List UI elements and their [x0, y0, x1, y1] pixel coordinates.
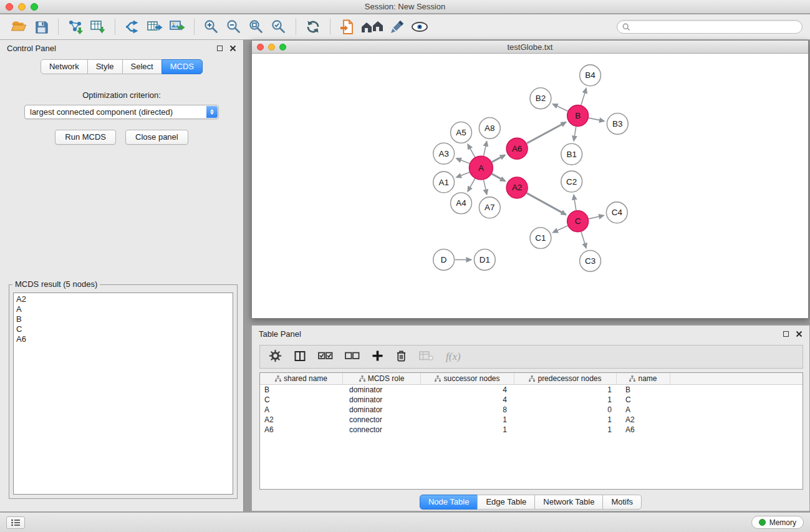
zoom-fit-icon[interactable]: [245, 17, 268, 37]
edge-B-B3[interactable]: [589, 118, 604, 121]
node-A2[interactable]: A2: [506, 177, 528, 198]
edge-A-A2[interactable]: [492, 174, 505, 181]
import-network-icon[interactable]: [64, 17, 87, 37]
edge-C-C4[interactable]: [589, 216, 604, 219]
show-columns-icon[interactable]: [294, 350, 306, 364]
edge-A6-B[interactable]: [527, 122, 566, 143]
tab-motifs[interactable]: Motifs: [602, 495, 642, 510]
node-C4[interactable]: C4: [606, 202, 627, 223]
save-session-icon[interactable]: [30, 17, 52, 37]
network-close-button[interactable]: [257, 44, 264, 51]
task-history-button[interactable]: [6, 516, 25, 529]
node-A8[interactable]: A8: [479, 118, 500, 139]
edge-B-B1[interactable]: [574, 127, 576, 140]
edge-B-B2[interactable]: [553, 104, 568, 111]
tab-select[interactable]: Select: [122, 59, 162, 74]
edge-C-C1[interactable]: [553, 226, 567, 233]
zoom-window-button[interactable]: [31, 3, 38, 11]
table-row[interactable]: Cdominator41C: [260, 395, 803, 405]
edge-B-B4[interactable]: [581, 89, 586, 105]
show-hide-icon[interactable]: [408, 17, 431, 37]
table-row[interactable]: Adominator80A: [260, 405, 803, 415]
edge-C-C3[interactable]: [581, 232, 586, 248]
node-B2[interactable]: B2: [530, 88, 551, 109]
node-A1[interactable]: A1: [433, 172, 455, 193]
minimize-window-button[interactable]: [18, 3, 26, 11]
float-panel-icon[interactable]: [217, 46, 223, 51]
run-mcds-button[interactable]: Run MCDS: [55, 130, 116, 145]
result-item[interactable]: A6: [16, 334, 230, 344]
memory-button[interactable]: Memory: [751, 516, 804, 529]
network-minimize-button[interactable]: [268, 44, 275, 51]
tab-node-table[interactable]: Node Table: [420, 495, 478, 510]
node-B1[interactable]: B1: [561, 143, 582, 165]
mcds-result-list[interactable]: A2ABCA6: [13, 293, 233, 495]
column-header-shared-name[interactable]: shared name: [260, 373, 343, 384]
edge-A-A8[interactable]: [484, 142, 487, 156]
node-A7[interactable]: A7: [479, 197, 500, 218]
tab-network[interactable]: Network: [41, 59, 88, 74]
node-A4[interactable]: A4: [451, 193, 472, 214]
result-item[interactable]: B: [16, 314, 230, 324]
result-item[interactable]: C: [16, 324, 230, 334]
node-B4[interactable]: B4: [580, 65, 601, 86]
table-row[interactable]: A2connector11A2: [260, 415, 803, 425]
edge-C-C2[interactable]: [574, 195, 576, 210]
network-zoom-button[interactable]: [279, 44, 286, 51]
refresh-layout-icon[interactable]: [302, 17, 324, 37]
node-C1[interactable]: C1: [530, 228, 551, 249]
tab-edge-table[interactable]: Edge Table: [477, 495, 535, 510]
zoom-out-icon[interactable]: [223, 17, 245, 37]
export-table-icon[interactable]: [143, 17, 166, 37]
tab-network-table[interactable]: Network Table: [534, 495, 603, 510]
select-all-icon[interactable]: [318, 351, 333, 362]
deselect-all-icon[interactable]: [345, 351, 360, 362]
node-B3[interactable]: B3: [607, 114, 628, 135]
close-panel-icon[interactable]: [229, 45, 236, 52]
search-field[interactable]: [617, 20, 803, 34]
column-header-predecessor-nodes[interactable]: predecessor nodes: [514, 373, 617, 384]
node-C2[interactable]: C2: [561, 171, 582, 192]
node-A3[interactable]: A3: [433, 143, 455, 164]
result-item[interactable]: A2: [16, 294, 230, 304]
float-table-panel-icon[interactable]: [783, 331, 789, 337]
edge-A2-C[interactable]: [527, 193, 566, 215]
edge-A-A3[interactable]: [456, 158, 470, 163]
node-B[interactable]: B: [567, 105, 589, 127]
search-input[interactable]: [634, 22, 797, 32]
network-canvas[interactable]: B4B2BB3A8A5A6A3B1AA1C2A2A4A7C4CC1DD1C3: [252, 54, 808, 318]
open-session-icon[interactable]: [7, 17, 30, 37]
table-row[interactable]: Bdominator41B: [260, 385, 803, 395]
node-C[interactable]: C: [567, 211, 589, 232]
delete-row-icon[interactable]: [395, 349, 407, 364]
column-header-successor-nodes[interactable]: successor nodes: [421, 373, 514, 384]
node-A[interactable]: A: [469, 156, 493, 180]
column-header-MCDS-role[interactable]: MCDS role: [343, 373, 421, 384]
node-D1[interactable]: D1: [474, 249, 495, 271]
open-recent-file-icon[interactable]: [336, 17, 359, 37]
edge-A-A7[interactable]: [484, 180, 487, 195]
close-window-button[interactable]: [6, 3, 13, 11]
edge-A-A1[interactable]: [456, 172, 470, 177]
node-A6[interactable]: A6: [506, 138, 528, 159]
close-table-panel-icon[interactable]: [796, 331, 803, 337]
node-C3[interactable]: C3: [580, 251, 601, 272]
zoom-in-icon[interactable]: [200, 17, 223, 37]
optimization-criterion-dropdown[interactable]: largest connected component (directed): [24, 105, 219, 119]
export-image-icon[interactable]: [166, 17, 188, 37]
close-panel-button[interactable]: Close panel: [125, 130, 188, 145]
export-network-icon[interactable]: [121, 17, 143, 37]
result-item[interactable]: A: [16, 304, 230, 314]
tab-style[interactable]: Style: [87, 59, 123, 74]
edge-A-A5[interactable]: [468, 145, 475, 157]
apply-style-icon[interactable]: [386, 17, 408, 37]
node-A5[interactable]: A5: [451, 122, 472, 143]
edge-A-A6[interactable]: [492, 155, 505, 162]
tab-mcds[interactable]: MCDS: [162, 59, 203, 74]
edge-A-A4[interactable]: [468, 178, 475, 191]
home-icon[interactable]: [359, 17, 386, 37]
column-header-name[interactable]: name: [617, 373, 670, 384]
table-settings-gear-icon[interactable]: [269, 349, 282, 364]
zoom-selected-icon[interactable]: [268, 17, 290, 37]
import-table-icon[interactable]: [87, 17, 109, 37]
